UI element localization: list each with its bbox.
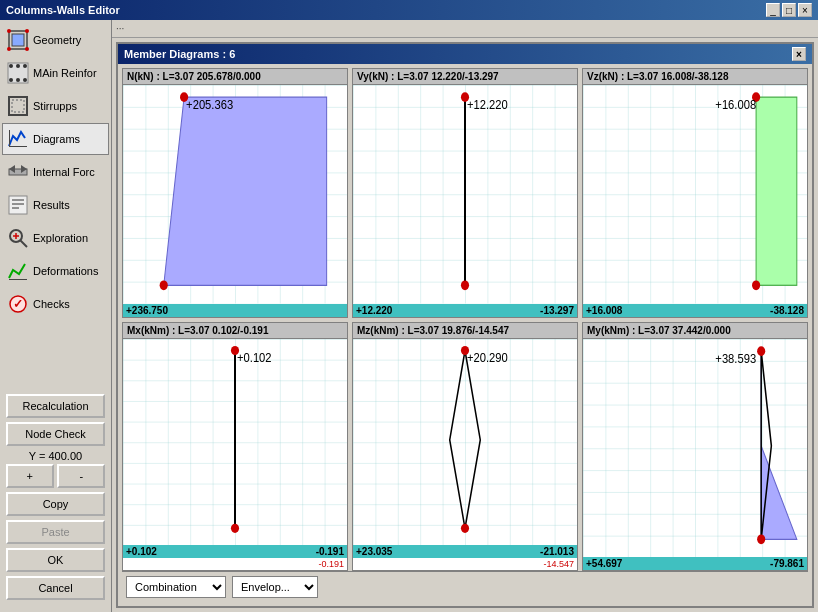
sidebar-item-diagrams[interactable]: Diagrams [2,123,109,155]
diagram-Mz-header: Mz(kNm) : L=3.07 19.876/-14.547 [353,323,577,339]
svg-text:+20.290: +20.290 [467,350,508,365]
diagram-Vy-footer-left: +12.220 [356,305,392,316]
svg-rect-28 [9,279,27,280]
diagram-Vz-header: Vz(kN) : L=3.07 16.008/-38.128 [583,69,807,85]
diagram-Mx-extra-right: -0.191 [318,559,344,569]
svg-point-59 [461,523,469,532]
ok-button[interactable]: OK [6,548,105,572]
diagram-Mz-footer-right: -21.013 [540,546,574,557]
diagram-Mx-footer-right: -0.191 [316,546,344,557]
diagram-My-footer-right: -79.861 [770,558,804,569]
diagram-Mz-body: +20.290 [353,339,577,546]
main-reinfor-icon [7,62,29,84]
node-check-button[interactable]: Node Check [6,422,105,446]
toolbar-placeholder: ··· [116,23,124,34]
svg-point-12 [23,78,27,82]
diagram-Vz-footer: +16.008 -38.128 [583,304,807,317]
member-diagrams-dialog: Member Diagrams : 6 × N(kN) : L=3.07 205… [116,42,814,608]
y-value-label: Y = 400.00 [6,450,105,462]
internal-forc-icon [7,161,29,183]
close-button[interactable]: × [798,3,812,17]
svg-point-66 [757,534,765,544]
exploration-icon [7,227,29,249]
svg-point-8 [16,64,20,68]
geometry-icon [7,29,29,51]
svg-point-2 [7,29,11,33]
sidebar-item-main-reinfor[interactable]: MAin Reinfor [2,57,109,89]
diagram-Mx-extra: -0.191 [123,558,347,570]
dialog-title-bar: Member Diagrams : 6 × [118,44,812,64]
minimize-button[interactable]: _ [766,3,780,17]
svg-rect-16 [9,130,10,146]
svg-point-53 [231,523,239,532]
svg-rect-15 [9,146,27,147]
diagram-Vz: Vz(kN) : L=3.07 16.008/-38.128 [582,68,808,318]
diagrams-grid: N(kN) : L=3.07 205.678/0.000 [122,68,808,571]
sidebar-item-internal-forc[interactable]: Internal Forc [2,156,109,188]
plus-minus-row: + - [6,464,105,488]
geometry-label: Geometry [33,34,81,46]
combination-select[interactable]: Combination Envelope [126,576,226,598]
checks-icon: ✓ [7,293,29,315]
recalculation-button[interactable]: Recalculation [6,394,105,418]
diagram-Vy-footer-right: -13.297 [540,305,574,316]
diagram-Vy-footer: +12.220 -13.297 [353,304,577,317]
sidebar-item-stirrupps[interactable]: Stirrupps [2,90,109,122]
diagram-My-header: My(kNm) : L=3.07 37.442/0.000 [583,323,807,339]
top-toolbar: ··· [112,20,818,38]
diagram-Mz-extra: -14.547 [353,558,577,570]
diagram-N-header: N(kN) : L=3.07 205.678/0.000 [123,69,347,85]
svg-text:+205.363: +205.363 [186,97,233,112]
sidebar-item-geometry[interactable]: Geometry [2,24,109,56]
sidebar-item-results[interactable]: Results [2,189,109,221]
title-bar: Columns-Walls Editor _ □ × [0,0,818,20]
app-title: Columns-Walls Editor [6,4,120,16]
diagram-My-body: +38.593 [583,339,807,558]
svg-point-10 [9,78,13,82]
svg-rect-1 [12,34,24,46]
envelope-select[interactable]: Envelop... Envelope 2 [232,576,318,598]
svg-point-47 [752,280,760,290]
sidebar-item-deformations[interactable]: Deformations [2,255,109,287]
bottom-toolbar: Combination Envelope Envelop... Envelope… [122,571,808,602]
stirrupps-icon [7,95,29,117]
diagram-N-footer-left: +236.750 [126,305,168,316]
paste-button[interactable]: Paste [6,520,105,544]
deformations-icon [7,260,29,282]
diagram-Mx-body: +0.102 [123,339,347,546]
sidebar-item-exploration[interactable]: Exploration [2,222,109,254]
deformations-label: Deformations [33,265,98,277]
svg-marker-33 [164,97,327,285]
results-icon [7,194,29,216]
stirrupps-label: Stirrupps [33,100,77,112]
svg-text:+38.593: +38.593 [715,351,756,366]
svg-point-9 [23,64,27,68]
svg-point-4 [7,47,11,51]
diagram-Vz-footer-right: -38.128 [770,305,804,316]
diagram-My-footer: +54.697 -79.861 [583,557,807,570]
sidebar: Geometry MAin Reinfor [0,20,112,612]
checks-label: Checks [33,298,70,310]
diagram-My: My(kNm) : L=3.07 37.442/0.000 [582,322,808,572]
svg-text:+12.220: +12.220 [467,97,508,112]
plus-button[interactable]: + [6,464,54,488]
dialog-close-button[interactable]: × [792,47,806,61]
diagram-Mz-extra-right: -14.547 [543,559,574,569]
minus-button[interactable]: - [57,464,105,488]
diagram-Mz: Mz(kNm) : L=3.07 19.876/-14.547 [352,322,578,572]
svg-point-7 [9,64,13,68]
cancel-button[interactable]: Cancel [6,576,105,600]
diagrams-label: Diagrams [33,133,80,145]
svg-rect-45 [756,97,797,285]
exploration-label: Exploration [33,232,88,244]
diagram-Mx-header: Mx(kNm) : L=3.07 0.102/-0.191 [123,323,347,339]
diagram-Mz-footer: +23.035 -21.013 [353,545,577,558]
svg-point-5 [25,47,29,51]
sidebar-item-checks[interactable]: ✓ Checks [2,288,109,320]
maximize-button[interactable]: □ [782,3,796,17]
diagram-Mx: Mx(kNm) : L=3.07 0.102/-0.191 [122,322,348,572]
internal-forc-label: Internal Forc [33,166,95,178]
svg-rect-14 [12,100,24,112]
copy-button[interactable]: Copy [6,492,105,516]
diagram-Vy: Vy(kN) : L=3.07 12.220/-13.297 [352,68,578,318]
